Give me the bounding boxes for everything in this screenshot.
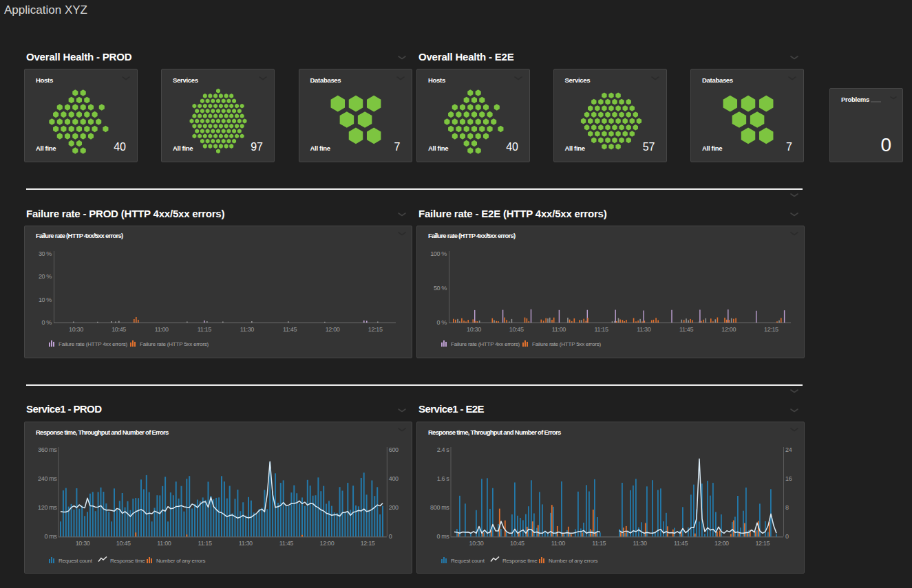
svg-text:0 %: 0 % xyxy=(42,319,52,326)
svg-text:400: 400 xyxy=(389,475,399,482)
svg-text:12:00: 12:00 xyxy=(320,540,335,547)
svg-text:20 %: 20 % xyxy=(39,273,52,280)
svg-text:11:15: 11:15 xyxy=(198,326,211,333)
svg-text:Number of any errors: Number of any errors xyxy=(549,558,597,564)
svg-text:12:15: 12:15 xyxy=(361,540,375,547)
svg-text:2.4 s: 2.4 s xyxy=(437,446,450,453)
svg-text:600: 600 xyxy=(389,446,399,453)
svg-text:8: 8 xyxy=(785,504,789,511)
svg-text:10:30: 10:30 xyxy=(69,326,83,333)
svg-text:12:00: 12:00 xyxy=(721,326,736,333)
svg-text:50 %: 50 % xyxy=(434,285,447,292)
svg-text:12:00: 12:00 xyxy=(714,540,729,547)
svg-text:10:45: 10:45 xyxy=(509,326,524,333)
svg-text:11:15: 11:15 xyxy=(595,326,608,333)
svg-text:10:45: 10:45 xyxy=(510,540,524,547)
svg-text:10 %: 10 % xyxy=(39,296,52,303)
svg-text:10:30: 10:30 xyxy=(467,326,481,333)
svg-text:0 ms: 0 ms xyxy=(436,533,449,540)
svg-text:11:30: 11:30 xyxy=(637,326,650,333)
svg-text:360 ms: 360 ms xyxy=(38,446,57,453)
svg-text:100 %: 100 % xyxy=(430,250,447,257)
svg-text:0: 0 xyxy=(389,533,392,540)
svg-text:800 ms: 800 ms xyxy=(430,504,449,511)
svg-text:11:45: 11:45 xyxy=(283,326,297,333)
svg-text:11:30: 11:30 xyxy=(240,326,254,333)
svg-text:11:45: 11:45 xyxy=(679,326,693,333)
svg-text:0: 0 xyxy=(785,533,789,540)
svg-text:Failure rate (HTTP 5xx errors): Failure rate (HTTP 5xx errors) xyxy=(532,341,601,347)
svg-text:10:45: 10:45 xyxy=(112,326,126,333)
svg-text:Response time: Response time xyxy=(502,558,538,564)
svg-text:11:00: 11:00 xyxy=(157,540,171,547)
svg-text:0 ms: 0 ms xyxy=(44,533,57,540)
svg-text:120 ms: 120 ms xyxy=(38,504,57,511)
svg-text:200: 200 xyxy=(389,504,399,511)
svg-text:240 ms: 240 ms xyxy=(38,475,57,482)
svg-text:12:15: 12:15 xyxy=(368,326,383,333)
svg-text:12:00: 12:00 xyxy=(326,326,340,333)
svg-text:12:15: 12:15 xyxy=(764,326,778,333)
svg-text:24: 24 xyxy=(785,446,792,453)
svg-text:11:15: 11:15 xyxy=(198,540,211,547)
svg-text:1.6 s: 1.6 s xyxy=(437,475,450,482)
svg-text:11:45: 11:45 xyxy=(279,540,293,547)
svg-text:Failure rate (HTTP 4xx errors): Failure rate (HTTP 4xx errors) xyxy=(451,341,520,347)
svg-text:11:30: 11:30 xyxy=(633,540,647,547)
svg-text:16: 16 xyxy=(785,475,792,482)
svg-text:10:45: 10:45 xyxy=(116,540,131,547)
svg-text:Failure rate (HTTP 4xx errors): Failure rate (HTTP 4xx errors) xyxy=(59,341,127,347)
svg-text:12:15: 12:15 xyxy=(755,540,770,547)
svg-text:0 %: 0 % xyxy=(437,319,447,326)
svg-text:Request count: Request count xyxy=(451,558,485,564)
svg-text:10:30: 10:30 xyxy=(469,540,484,547)
svg-text:11:00: 11:00 xyxy=(552,326,566,333)
svg-text:11:30: 11:30 xyxy=(239,540,253,547)
svg-text:Number of any errors: Number of any errors xyxy=(156,558,205,564)
svg-text:11:15: 11:15 xyxy=(592,540,606,547)
svg-text:11:00: 11:00 xyxy=(155,326,169,333)
svg-text:Response time: Response time xyxy=(110,558,145,564)
svg-text:Request count: Request count xyxy=(59,558,93,564)
svg-text:11:00: 11:00 xyxy=(551,540,565,547)
svg-text:11:45: 11:45 xyxy=(674,540,688,547)
svg-text:10:30: 10:30 xyxy=(76,540,90,547)
svg-text:30 %: 30 % xyxy=(39,250,52,257)
svg-text:Failure rate (HTTP 5xx errors): Failure rate (HTTP 5xx errors) xyxy=(140,341,209,347)
